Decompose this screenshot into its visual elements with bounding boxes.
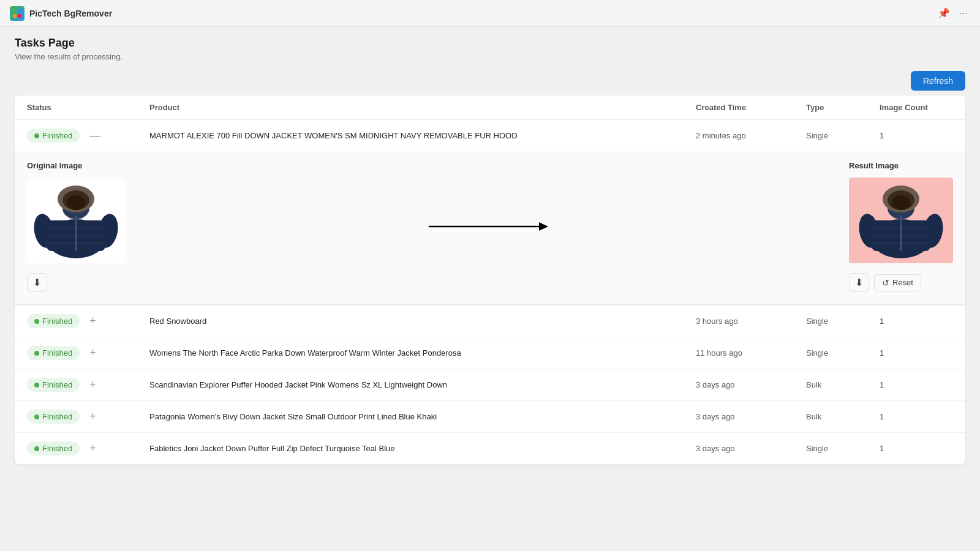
status-badge-2: Finished bbox=[27, 314, 80, 328]
task-row-main-3[interactable]: Finished + Womens The North Face Arctic … bbox=[15, 337, 965, 369]
type-text-2: Single bbox=[806, 317, 880, 326]
col-product: Product bbox=[149, 103, 696, 112]
col-created-time: Created Time bbox=[696, 103, 806, 112]
table-row: Finished + Patagonia Women's Bivy Down J… bbox=[15, 401, 965, 433]
toolbar: Refresh bbox=[15, 71, 965, 91]
svg-rect-0 bbox=[13, 9, 17, 13]
app-title: PicTech BgRemover bbox=[29, 9, 112, 18]
expand-icon-4[interactable]: + bbox=[89, 378, 96, 391]
status-badge-5: Finished bbox=[27, 410, 80, 424]
col-type: Type bbox=[806, 103, 880, 112]
task-row-main-2[interactable]: Finished + Red Snowboard 3 hours ago Sin… bbox=[15, 305, 965, 337]
count-text-3: 1 bbox=[880, 348, 953, 358]
original-image-box bbox=[27, 178, 125, 263]
count-text-1: 1 bbox=[880, 131, 953, 140]
task-row-main-6[interactable]: Finished + Fabletics Joni Jacket Down Pu… bbox=[15, 433, 965, 464]
count-text-6: 1 bbox=[880, 444, 953, 453]
status-dot-2 bbox=[34, 319, 39, 324]
original-download-button[interactable]: ⬇ bbox=[27, 273, 47, 292]
svg-marker-17 bbox=[539, 222, 548, 231]
app-logo bbox=[10, 6, 24, 21]
svg-rect-3 bbox=[18, 14, 21, 18]
status-dot-4 bbox=[34, 383, 39, 388]
type-text-5: Bulk bbox=[806, 412, 880, 421]
type-text-1: Single bbox=[806, 131, 880, 140]
status-text-3: Finished bbox=[42, 348, 72, 358]
product-name-2: Red Snowboard bbox=[149, 317, 696, 326]
status-text-4: Finished bbox=[42, 380, 72, 389]
expand-icon-5[interactable]: + bbox=[89, 410, 96, 423]
status-dot-5 bbox=[34, 414, 39, 419]
table-header: Status Product Created Time Type Image C… bbox=[15, 96, 965, 120]
time-text-1: 2 minutes ago bbox=[696, 131, 806, 140]
expand-icon-6[interactable]: + bbox=[89, 442, 96, 455]
expand-icon-1[interactable]: — bbox=[89, 129, 100, 142]
status-dot-6 bbox=[34, 446, 39, 451]
status-col-5: Finished + bbox=[27, 410, 149, 424]
process-arrow bbox=[426, 217, 548, 236]
result-download-button[interactable]: ⬇ bbox=[849, 273, 869, 292]
reset-label: Reset bbox=[892, 278, 913, 287]
time-text-5: 3 days ago bbox=[696, 412, 806, 421]
status-col-2: Finished + bbox=[27, 314, 149, 328]
time-text-3: 11 hours ago bbox=[696, 348, 806, 358]
original-download-bar: ⬇ bbox=[27, 273, 47, 292]
app-header: PicTech BgRemover 📌 ··· bbox=[0, 0, 980, 27]
result-download-bar: ⬇ ↺ Reset bbox=[849, 273, 921, 292]
reset-button[interactable]: ↺ Reset bbox=[874, 274, 921, 291]
svg-point-26 bbox=[892, 195, 910, 210]
page-subtitle: View the results of processing. bbox=[15, 52, 965, 61]
time-text-6: 3 days ago bbox=[696, 444, 806, 453]
status-dot-3 bbox=[34, 351, 39, 356]
svg-rect-2 bbox=[13, 14, 17, 18]
table-row: Finished — MARMOT ALEXIE 700 Fill DOWN J… bbox=[15, 120, 965, 305]
refresh-button[interactable]: Refresh bbox=[911, 71, 965, 91]
svg-point-11 bbox=[67, 195, 85, 210]
expand-icon-2[interactable]: + bbox=[89, 315, 96, 328]
task-row-main-5[interactable]: Finished + Patagonia Women's Bivy Down J… bbox=[15, 401, 965, 432]
status-text-1: Finished bbox=[42, 131, 72, 140]
col-image-count: Image Count bbox=[880, 103, 953, 112]
arrow-area bbox=[149, 161, 824, 292]
svg-rect-1 bbox=[18, 9, 21, 13]
type-text-4: Bulk bbox=[806, 380, 880, 389]
task-row-expanded-1: Original Image bbox=[15, 151, 965, 305]
product-name-1: MARMOT ALEXIE 700 Fill DOWN JACKET WOMEN… bbox=[149, 131, 696, 140]
status-badge-1: Finished bbox=[27, 129, 80, 143]
result-image-section: Result Image bbox=[849, 161, 953, 292]
result-image-box bbox=[849, 178, 953, 263]
count-text-2: 1 bbox=[880, 317, 953, 326]
count-text-5: 1 bbox=[880, 412, 953, 421]
page-title: Tasks Page bbox=[15, 37, 965, 50]
type-text-6: Single bbox=[806, 444, 880, 453]
result-image-label: Result Image bbox=[849, 161, 899, 170]
product-name-3: Womens The North Face Arctic Parka Down … bbox=[149, 348, 696, 358]
table-row: Finished + Red Snowboard 3 hours ago Sin… bbox=[15, 305, 965, 337]
task-row-main-4[interactable]: Finished + Scandinavian Explorer Puffer … bbox=[15, 369, 965, 400]
status-badge-4: Finished bbox=[27, 378, 80, 392]
original-jacket-svg bbox=[33, 181, 119, 260]
status-col-3: Finished + bbox=[27, 346, 149, 360]
status-col-6: Finished + bbox=[27, 441, 149, 455]
original-image-section: Original Image bbox=[27, 161, 125, 292]
page-content: Tasks Page View the results of processin… bbox=[0, 27, 980, 551]
type-text-3: Single bbox=[806, 348, 880, 358]
original-image-label: Original Image bbox=[27, 161, 82, 170]
status-text-6: Finished bbox=[42, 444, 72, 453]
status-badge-6: Finished bbox=[27, 441, 80, 455]
table-row: Finished + Womens The North Face Arctic … bbox=[15, 337, 965, 369]
more-icon[interactable]: ··· bbox=[957, 6, 970, 21]
status-badge-3: Finished bbox=[27, 346, 80, 360]
expand-icon-3[interactable]: + bbox=[89, 347, 96, 359]
status-col-4: Finished + bbox=[27, 378, 149, 392]
result-jacket-svg bbox=[858, 181, 944, 260]
tasks-table: Status Product Created Time Type Image C… bbox=[15, 96, 965, 465]
pin-icon[interactable]: 📌 bbox=[935, 5, 952, 21]
product-name-6: Fabletics Joni Jacket Down Puffer Full Z… bbox=[149, 444, 696, 453]
status-col-1: Finished — bbox=[27, 129, 149, 143]
time-text-2: 3 hours ago bbox=[696, 317, 806, 326]
table-row: Finished + Fabletics Joni Jacket Down Pu… bbox=[15, 433, 965, 465]
reset-icon: ↺ bbox=[882, 278, 889, 288]
task-row-main-1[interactable]: Finished — MARMOT ALEXIE 700 Fill DOWN J… bbox=[15, 120, 965, 151]
status-dot-1 bbox=[34, 133, 39, 138]
